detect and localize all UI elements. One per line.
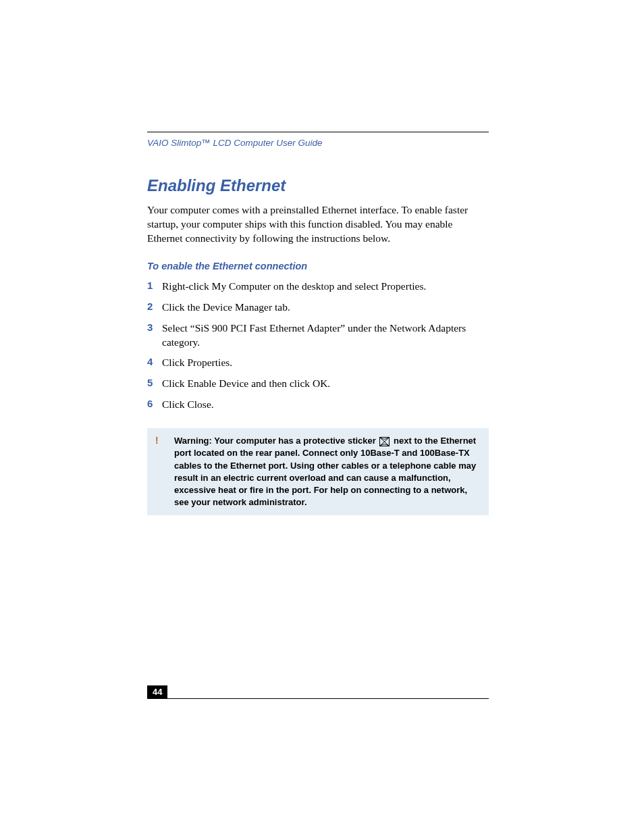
sticker-icon — [379, 437, 390, 446]
warning-text: Warning: Your computer has a protective … — [174, 435, 481, 509]
step-text: Select “SiS 900 PCI Fast Ethernet Adapte… — [162, 321, 489, 350]
step-list: 1 Right-click My Computer on the desktop… — [147, 280, 489, 412]
step-text: Click Properties. — [162, 356, 232, 370]
footer: 44 — [147, 685, 489, 699]
header-guide-title: VAIO Slimtop™ LCD Computer User Guide — [147, 138, 489, 148]
step-number: 2 — [147, 301, 162, 315]
step-number: 5 — [147, 377, 162, 391]
list-item: 2 Click the Device Manager tab. — [147, 301, 489, 315]
warning-text-before: Warning: Your computer has a protective … — [174, 436, 378, 446]
list-item: 4 Click Properties. — [147, 356, 489, 370]
step-text: Click Close. — [162, 398, 214, 412]
section-title: Enabling Ethernet — [147, 176, 489, 195]
step-text: Right-click My Computer on the desktop a… — [162, 280, 426, 294]
page-number: 44 — [147, 685, 167, 698]
step-number: 6 — [147, 398, 162, 412]
step-number: 3 — [147, 321, 162, 350]
subsection-title: To enable the Ethernet connection — [147, 261, 489, 271]
step-text: Click Enable Device and then click OK. — [162, 377, 330, 391]
list-item: 3 Select “SiS 900 PCI Fast Ethernet Adap… — [147, 321, 489, 350]
warning-mark-icon: ! — [155, 435, 174, 509]
step-number: 1 — [147, 280, 162, 294]
footer-rule — [147, 698, 489, 699]
list-item: 6 Click Close. — [147, 398, 489, 412]
list-item: 1 Right-click My Computer on the desktop… — [147, 280, 489, 294]
warning-box: ! Warning: Your computer has a protectiv… — [147, 428, 489, 515]
step-text: Click the Device Manager tab. — [162, 301, 290, 315]
list-item: 5 Click Enable Device and then click OK. — [147, 377, 489, 391]
step-number: 4 — [147, 356, 162, 370]
header-rule — [147, 132, 489, 132]
section-intro: Your computer comes with a preinstalled … — [147, 203, 489, 246]
warning-text-after: next to the Ethernet port located on the… — [174, 436, 476, 507]
